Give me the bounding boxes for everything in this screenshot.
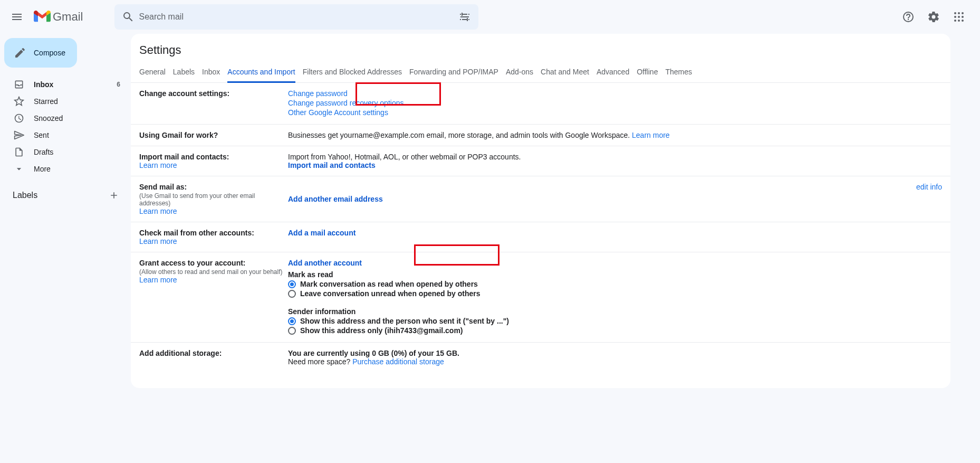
section-check-mail: Check mail from other accounts: Learn mo… [131, 222, 950, 252]
section-title: Add additional storage: [139, 349, 283, 357]
svg-point-6 [954, 20, 956, 22]
star-icon [14, 96, 24, 107]
svg-point-1 [958, 12, 960, 14]
add-another-account-link[interactable]: Add another account [288, 259, 362, 267]
apps-button[interactable] [948, 6, 969, 27]
add-mail-account-link[interactable]: Add a mail account [288, 229, 356, 237]
section-grant-access: Grant access to your account: (Allow oth… [131, 252, 950, 343]
add-label-button[interactable] [107, 188, 121, 203]
edit-info-link[interactable]: edit info [916, 183, 942, 191]
sidebar: Compose Inbox6StarredSnoozedSentDraftsMo… [0, 34, 131, 388]
change-recovery-link[interactable]: Change password recovery options [288, 99, 942, 107]
grant-learn-more-link[interactable]: Learn more [139, 276, 177, 284]
tune-icon [458, 11, 471, 23]
section-title: Send mail as: [139, 183, 283, 191]
tab-chat-and-meet[interactable]: Chat and Meet [541, 64, 589, 82]
section-storage: Add additional storage: You are currentl… [131, 343, 950, 372]
radio-mark-read[interactable]: Mark conversation as read when opened by… [288, 280, 942, 288]
section-title: Import mail and contacts: [139, 153, 283, 161]
logo[interactable]: Gmail [30, 10, 83, 24]
section-change-account: Change account settings: Change password… [131, 83, 950, 125]
svg-point-2 [962, 12, 964, 14]
search-button[interactable] [118, 6, 139, 27]
logo-text: Gmail [53, 10, 83, 24]
search-options-button[interactable] [454, 6, 475, 27]
main-layout: Compose Inbox6StarredSnoozedSentDraftsMo… [0, 34, 980, 388]
send-icon [14, 130, 24, 140]
radio-leave-unread[interactable]: Leave conversation unread when opened by… [288, 289, 942, 298]
sidebar-item-inbox[interactable]: Inbox6 [0, 76, 131, 93]
radio-icon [288, 317, 296, 325]
gmail-logo-icon [34, 11, 51, 23]
svg-point-4 [958, 16, 960, 18]
labels-header: Labels [0, 177, 131, 203]
search-input[interactable] [139, 12, 454, 22]
radio-icon [288, 290, 296, 298]
inbox-icon [14, 79, 24, 90]
mark-as-read-heading: Mark as read [288, 270, 942, 279]
svg-point-7 [958, 20, 960, 22]
purchase-storage-link[interactable]: Purchase additional storage [352, 357, 444, 366]
compose-button[interactable]: Compose [4, 38, 77, 68]
section-send-as: Send mail as: (Use Gmail to send from yo… [131, 176, 950, 222]
tab-filters-and-blocked-addresses[interactable]: Filters and Blocked Addresses [303, 64, 402, 82]
plus-icon [109, 190, 119, 201]
checkmail-learn-more-link[interactable]: Learn more [139, 237, 177, 245]
app-header: Gmail [0, 0, 980, 34]
storage-prompt-text: Need more space? [288, 357, 352, 366]
tab-add-ons[interactable]: Add-ons [506, 64, 533, 82]
sender-info-heading: Sender information [288, 307, 942, 316]
chevron-icon [14, 164, 24, 174]
section-subtitle: (Allow others to read and send mail on y… [139, 268, 283, 276]
other-account-settings-link[interactable]: Other Google Account settings [288, 108, 942, 117]
workspace-learn-more-link[interactable]: Learn more [632, 131, 670, 139]
section-gmail-work: Using Gmail for work? Businesses get you… [131, 125, 950, 146]
help-icon [902, 11, 915, 23]
add-email-address-link[interactable]: Add another email address [288, 195, 383, 203]
svg-point-3 [954, 16, 956, 18]
sidebar-item-drafts[interactable]: Drafts [0, 144, 131, 160]
settings-tabs: GeneralLabelsInboxAccounts and ImportFil… [131, 60, 950, 83]
change-password-link[interactable]: Change password [288, 89, 942, 98]
storage-usage-text: You are currently using 0 GB (0%) of you… [288, 349, 942, 357]
tab-offline[interactable]: Offline [637, 64, 658, 82]
tab-forwarding-and-pop-imap[interactable]: Forwarding and POP/IMAP [409, 64, 498, 82]
radio-show-address-only[interactable]: Show this address only (ihih7433@gmail.c… [288, 326, 942, 335]
svg-point-0 [954, 12, 956, 14]
section-import: Import mail and contacts: Learn more Imp… [131, 146, 950, 176]
svg-point-5 [962, 16, 964, 18]
pencil-icon [14, 46, 26, 59]
section-title: Grant access to your account: [139, 259, 283, 267]
tab-accounts-and-import[interactable]: Accounts and Import [227, 64, 295, 83]
sidebar-item-starred[interactable]: Starred [0, 93, 131, 110]
section-title: Check mail from other accounts: [139, 229, 283, 237]
settings-panel: Settings GeneralLabelsInboxAccounts and … [131, 34, 950, 388]
tab-advanced[interactable]: Advanced [597, 64, 629, 82]
sidebar-item-snoozed[interactable]: Snoozed [0, 110, 131, 127]
page-title: Settings [131, 43, 950, 60]
section-text: Businesses get yourname@example.com emai… [288, 131, 632, 139]
import-mail-link[interactable]: Import mail and contacts [288, 161, 376, 169]
settings-button[interactable] [923, 6, 944, 27]
import-learn-more-link[interactable]: Learn more [139, 161, 177, 169]
main-menu-button[interactable] [4, 4, 30, 30]
clock-icon [14, 113, 24, 124]
tab-themes[interactable]: Themes [665, 64, 692, 82]
compose-label: Compose [34, 49, 65, 57]
tab-general[interactable]: General [139, 64, 166, 82]
section-text: Import from Yahoo!, Hotmail, AOL, or oth… [288, 153, 942, 161]
radio-show-sent-by[interactable]: Show this address and the person who sen… [288, 317, 942, 325]
tab-labels[interactable]: Labels [173, 64, 195, 82]
file-icon [14, 147, 24, 157]
sidebar-item-sent[interactable]: Sent [0, 127, 131, 144]
tab-inbox[interactable]: Inbox [202, 64, 220, 82]
sendas-learn-more-link[interactable]: Learn more [139, 207, 177, 215]
gear-icon [927, 11, 940, 23]
section-subtitle: (Use Gmail to send from your other email… [139, 192, 283, 207]
support-button[interactable] [898, 6, 919, 27]
sidebar-item-more[interactable]: More [0, 160, 131, 177]
section-title: Using Gmail for work? [139, 131, 283, 139]
labels-title: Labels [13, 191, 37, 200]
radio-icon [288, 327, 296, 335]
apps-grid-icon [953, 11, 965, 23]
